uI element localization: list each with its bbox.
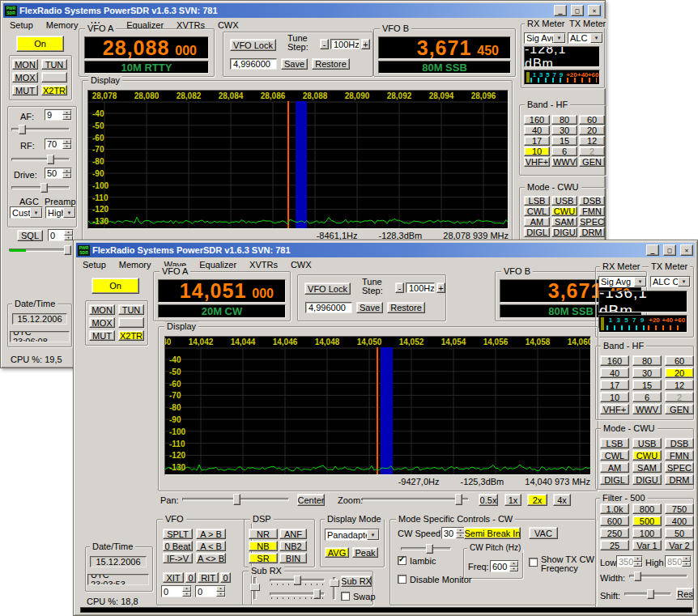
sql-slider[interactable]: [7, 244, 72, 256]
mode-button[interactable]: CWL: [600, 450, 629, 461]
filter-var2-button[interactable]: Var 2: [665, 540, 694, 550]
band-button[interactable]: 15: [632, 380, 662, 390]
iambic-checkbox[interactable]: [398, 556, 406, 565]
menu-cwx[interactable]: CWX: [284, 258, 318, 271]
peak-button[interactable]: Peak: [352, 547, 378, 558]
zoom-05x-button[interactable]: 0.5x: [479, 494, 498, 506]
vfo-lock-button[interactable]: VFO Lock: [230, 39, 276, 51]
xit-button[interactable]: XIT: [163, 572, 184, 583]
filter-button[interactable]: 400: [665, 516, 694, 526]
tun-button[interactable]: TUN: [118, 304, 144, 315]
drive-stepper[interactable]: 50▲▼: [45, 168, 72, 179]
swap-checkbox[interactable]: [341, 592, 350, 601]
chevron-down-icon[interactable]: ▼: [367, 529, 379, 540]
mon-button[interactable]: MON: [12, 59, 38, 70]
title-bar[interactable]: PWR SDR FlexRadio Systems PowerSDR v1.6.…: [3, 3, 602, 18]
band-button[interactable]: WWV: [632, 404, 662, 414]
mox-button[interactable]: MOX: [89, 317, 115, 328]
band-button[interactable]: 60: [665, 355, 694, 366]
menu-setup[interactable]: Setup: [76, 258, 113, 271]
band-button-active[interactable]: 20: [665, 367, 694, 378]
maximize-button[interactable]: □: [663, 244, 676, 256]
xit-zero-button[interactable]: 0: [185, 572, 196, 583]
nb-button-active[interactable]: NB: [249, 541, 278, 551]
maximize-button[interactable]: □: [571, 5, 584, 16]
blank-button[interactable]: [41, 72, 67, 83]
band-button[interactable]: 6: [632, 392, 662, 402]
band-button[interactable]: 40: [600, 367, 629, 378]
chevron-down-icon[interactable]: ▼: [30, 207, 42, 218]
tun-button[interactable]: TUN: [41, 59, 67, 70]
filter-reset-button[interactable]: Res: [676, 588, 694, 600]
save-button[interactable]: Save: [356, 302, 383, 313]
filter-button[interactable]: 25: [600, 540, 629, 550]
mode-button[interactable]: SPEC: [579, 217, 605, 227]
a-to-b-button[interactable]: A > B: [196, 529, 226, 539]
mode-button[interactable]: DIGL: [524, 227, 550, 237]
mox-button[interactable]: MOX: [12, 72, 38, 83]
band-button[interactable]: 15: [551, 136, 577, 146]
filter-button[interactable]: 750: [665, 503, 694, 514]
band-button[interactable]: 60: [579, 115, 605, 125]
band-button-active[interactable]: 10: [524, 147, 550, 156]
mode-button[interactable]: DRM: [665, 474, 694, 485]
sql-stepper[interactable]: 0▲▼: [48, 229, 74, 241]
band-button[interactable]: 17: [524, 136, 550, 146]
mode-button[interactable]: SPEC: [665, 462, 694, 473]
mode-button[interactable]: DIGU: [632, 474, 662, 485]
panadapter-display[interactable]: 14,04014,04214,04414,04614,04814,05014,0…: [164, 336, 591, 475]
menu-setup[interactable]: Setup: [3, 19, 40, 32]
band-button[interactable]: 160: [600, 355, 629, 366]
memory-frequency-input[interactable]: 4,996000: [305, 302, 352, 313]
filter-button[interactable]: 250: [600, 528, 629, 538]
a-swap-b-button[interactable]: A <> B: [196, 553, 226, 563]
mode-button[interactable]: CWL: [524, 206, 550, 216]
vfo-a-frequency[interactable]: 28,088000: [84, 36, 209, 59]
rx-meter-select[interactable]: Sig Avg▼: [524, 32, 566, 44]
close-button[interactable]: ✕: [680, 244, 693, 256]
filter-width-slider[interactable]: [628, 571, 689, 582]
disable-monitor-checkbox[interactable]: [398, 575, 406, 584]
nb2-button[interactable]: NB2: [279, 541, 307, 551]
band-button[interactable]: WWV: [551, 157, 577, 167]
rit-stepper[interactable]: 0▲▼: [195, 585, 226, 597]
pan-slider[interactable]: [181, 493, 291, 506]
zoom-1x-button[interactable]: 1x: [504, 494, 521, 506]
subrx-pan-slider[interactable]: [268, 575, 326, 586]
band-button[interactable]: VHF+: [524, 157, 550, 167]
center-button[interactable]: Center: [297, 494, 325, 506]
restore-button[interactable]: Restore: [312, 58, 350, 70]
panadapter-display[interactable]: 28,07828,08028,08228,08428,08628,08828,0…: [87, 90, 509, 229]
rf-slider[interactable]: [10, 154, 71, 165]
mode-button[interactable]: USB: [551, 196, 577, 206]
xit-stepper[interactable]: 0▲▼: [161, 585, 192, 597]
band-button[interactable]: 17: [600, 380, 629, 390]
rx-meter-select[interactable]: Sig Avg▼: [598, 276, 647, 287]
filter-shift-slider[interactable]: [623, 588, 673, 600]
zoom-slider[interactable]: [360, 493, 470, 506]
mode-button-active[interactable]: CWU: [551, 206, 577, 216]
mut-button[interactable]: MUT: [89, 330, 115, 341]
mode-button-active[interactable]: CWU: [632, 450, 662, 461]
chevron-down-icon[interactable]: ▼: [590, 33, 602, 43]
sql-button[interactable]: SQL: [17, 230, 43, 241]
band-button[interactable]: 12: [665, 380, 694, 390]
avg-button-active[interactable]: AVG: [325, 547, 349, 558]
save-button[interactable]: Save: [281, 58, 308, 70]
band-button[interactable]: 6: [551, 147, 577, 156]
band-button[interactable]: 10: [600, 392, 629, 402]
band-button[interactable]: 30: [551, 125, 577, 135]
mut-button[interactable]: MUT: [12, 85, 38, 96]
tune-step-up-button[interactable]: +: [436, 283, 445, 293]
tune-step-down-button[interactable]: -: [395, 283, 404, 293]
rit-button[interactable]: RIT: [198, 572, 219, 583]
filter-button[interactable]: 100: [632, 528, 662, 538]
tune-step-down-button[interactable]: -: [320, 39, 329, 49]
nr-button[interactable]: NR: [249, 529, 278, 539]
rf-stepper[interactable]: 70▲▼: [45, 138, 72, 150]
bin-button[interactable]: BIN: [279, 553, 307, 563]
menu-cwx[interactable]: CWX: [211, 19, 245, 32]
memory-frequency-input[interactable]: 4,996000: [230, 58, 277, 70]
drive-slider[interactable]: [10, 182, 71, 193]
band-button[interactable]: 80: [551, 115, 577, 125]
